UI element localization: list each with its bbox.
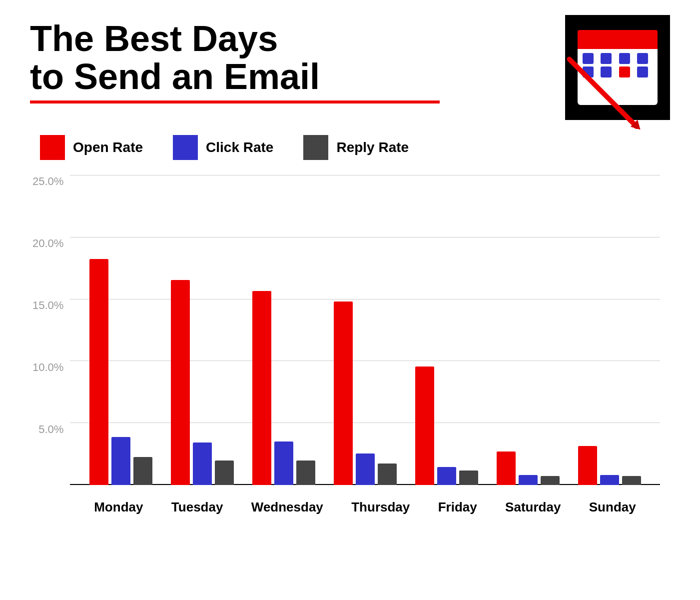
click-rate-label: Click Rate [206, 140, 273, 156]
bars-row [497, 452, 560, 485]
day-group [252, 291, 315, 485]
open-rate-bar [578, 446, 597, 485]
cal-cell [583, 53, 594, 64]
reply-rate-bar [459, 470, 478, 485]
day-group [578, 446, 641, 485]
open-rate-bar [334, 302, 353, 485]
reply-rate-bar [541, 476, 560, 485]
cal-cell [619, 53, 630, 64]
click-rate-swatch [173, 135, 198, 160]
day-group [89, 259, 152, 485]
open-rate-bar [415, 366, 434, 485]
bars-row [252, 291, 315, 485]
reply-rate-swatch [303, 135, 328, 160]
reply-rate-label: Reply Rate [336, 140, 409, 156]
reply-rate-bar [296, 460, 315, 485]
bars-container [70, 175, 660, 485]
day-group [171, 280, 234, 485]
open-rate-label: Open Rate [73, 140, 143, 156]
y-axis: 25.0% 20.0% 15.0% 10.0% 5.0% [32, 175, 63, 485]
cal-cell [637, 53, 648, 64]
cal-cell [601, 53, 612, 64]
open-rate-bar [497, 452, 516, 485]
y-label-10: 10.0% [32, 361, 63, 374]
x-axis-label: Wednesday [251, 500, 323, 515]
open-rate-bar [171, 280, 190, 485]
x-axis-labels: MondayTuesdayWednesdayThursdayFridaySatu… [70, 500, 660, 515]
y-label-25: 25.0% [32, 175, 63, 188]
cal-cell [637, 66, 648, 78]
y-label-20: 20.0% [32, 237, 63, 250]
y-label-5: 5.0% [38, 423, 63, 436]
reply-rate-bar [378, 464, 397, 485]
chart-area: 25.0% 20.0% 15.0% 10.0% 5.0% MondayTuesd… [70, 175, 660, 515]
page: The Best Days to Send an Email [0, 0, 700, 600]
x-axis-label: Monday [94, 500, 143, 515]
legend-item-click: Click Rate [173, 135, 273, 160]
x-axis-label: Thursday [351, 500, 410, 515]
open-rate-bar [252, 291, 271, 485]
click-rate-bar [519, 475, 538, 485]
reply-rate-bar [133, 457, 152, 485]
open-rate-swatch [40, 135, 65, 160]
red-divider [30, 100, 440, 104]
y-label-15: 15.0% [32, 299, 63, 312]
reply-rate-bar [622, 476, 641, 485]
bars-row [89, 259, 152, 485]
header: The Best Days to Send an Email [30, 20, 670, 120]
day-group [497, 452, 560, 485]
page-title: The Best Days to Send an Email [30, 20, 440, 96]
legend-item-open: Open Rate [40, 135, 143, 160]
bars-row [171, 280, 234, 485]
calendar-icon [565, 15, 670, 120]
legend-item-reply: Reply Rate [303, 135, 409, 160]
click-rate-bar [437, 467, 456, 485]
click-rate-bar [111, 437, 130, 485]
x-axis-label: Sunday [589, 500, 636, 515]
day-group [415, 366, 478, 485]
cal-cell [601, 66, 612, 78]
cal-cell [619, 66, 630, 78]
x-axis-label: Friday [438, 500, 477, 515]
click-rate-bar [274, 442, 293, 485]
title-block: The Best Days to Send an Email [30, 20, 440, 104]
calendar-header [578, 30, 658, 49]
day-group [334, 302, 397, 485]
click-rate-bar [600, 475, 619, 485]
calendar-body-icon [578, 30, 658, 105]
bars-row [578, 446, 641, 485]
click-rate-bar [356, 454, 375, 485]
click-rate-bar [193, 442, 212, 485]
x-axis-label: Tuesday [171, 500, 223, 515]
bars-row [334, 302, 397, 485]
open-rate-bar [89, 259, 108, 485]
x-axis-label: Saturday [505, 500, 561, 515]
reply-rate-bar [215, 460, 234, 485]
bars-row [415, 366, 478, 485]
legend: Open Rate Click Rate Reply Rate [30, 135, 670, 160]
